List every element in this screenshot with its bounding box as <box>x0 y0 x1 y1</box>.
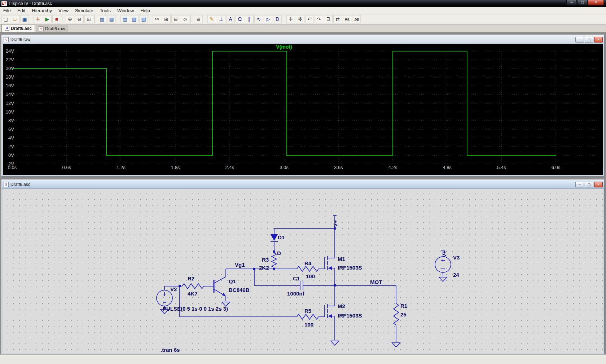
menu-simulate[interactable]: Simulate <box>72 7 97 14</box>
mirror-icon[interactable]: ⇄ <box>333 15 342 23</box>
drag-icon[interactable]: ✜ <box>296 15 304 23</box>
resistor-r5-value[interactable]: 100 <box>304 321 313 328</box>
place-capacitor-icon[interactable]: ∥ <box>245 15 254 23</box>
menu-file[interactable]: File <box>0 7 14 14</box>
transistor-q1-value[interactable]: BC846B <box>229 287 250 293</box>
resistor-r2[interactable] <box>182 284 204 289</box>
tile-vertical-icon[interactable]: ▥ <box>130 15 139 23</box>
resistor-r4[interactable] <box>297 266 319 271</box>
maximize-button[interactable]: ▢ <box>585 37 593 43</box>
ground-symbol[interactable] <box>439 277 447 281</box>
paste-icon[interactable]: ⊟ <box>171 15 180 23</box>
menu-window[interactable]: Window <box>114 7 137 14</box>
resistor-r3-name[interactable]: R3 <box>262 257 269 263</box>
minimize-button[interactable]: ─ <box>575 37 584 43</box>
place-label-icon[interactable]: A <box>226 15 235 23</box>
draw-wire-icon[interactable]: ✎ <box>207 15 216 23</box>
save-icon[interactable]: ▣ <box>20 15 29 23</box>
close-button[interactable]: ✕ <box>588 0 604 5</box>
new-schematic-icon[interactable]: ▢ <box>1 15 10 23</box>
waveform-window-titlebar[interactable]: ∿ Draft6.raw ─▢✕ <box>2 35 604 44</box>
resistor-r5-name[interactable]: R5 <box>304 308 311 314</box>
mosfet-m1-value[interactable]: IRF1503S <box>338 265 362 271</box>
vsource-v2-value[interactable]: PULSE(0 5 1s 0 0 1s 2s 3) <box>163 306 228 312</box>
ground-symbol[interactable] <box>392 343 400 347</box>
capacitor-c1-name[interactable]: C1 <box>293 275 300 281</box>
trace-label[interactable]: V(mot) <box>276 44 292 50</box>
place-ground-icon[interactable]: ⊥ <box>217 15 225 23</box>
schematic-window-titlebar[interactable]: ⊼ Draft6.asc ─▢✕ <box>2 180 604 189</box>
undo-icon[interactable]: ↶ <box>305 15 314 23</box>
cut-icon[interactable]: ✂ <box>153 15 161 23</box>
open-file-icon[interactable]: ▱ <box>11 15 19 23</box>
maximize-button[interactable]: ▢ <box>577 0 588 5</box>
mosfet-m2-name[interactable]: M2 <box>338 303 345 309</box>
resistor-r2-name[interactable]: R2 <box>188 275 194 281</box>
snap-icon[interactable]: ▩ <box>107 15 116 23</box>
resistor-r5[interactable] <box>297 314 319 319</box>
net-label-vg1[interactable]: Vg1 <box>235 262 245 268</box>
halt-icon[interactable]: ■ <box>52 15 61 23</box>
transistor-q1-collector[interactable] <box>214 277 226 283</box>
main-titlebar[interactable]: LT LTspice IV - Draft6.asc ─▢✕ <box>0 0 606 7</box>
copy-icon[interactable]: ⊞ <box>162 15 171 23</box>
menu-hierarchy[interactable]: Hierarchy <box>28 7 55 14</box>
schematic-canvas[interactable]: V+D1DR32K2Vg1R4100M1IRF1503SC11000nfQ1BC… <box>3 189 603 353</box>
menu-help[interactable]: Help <box>137 7 153 14</box>
mosfet-m2-value[interactable]: IRF1503S <box>338 312 362 319</box>
zoom-back-icon[interactable]: ⊖ <box>75 15 84 23</box>
capacitor-c1-value[interactable]: 1000nf <box>287 290 305 297</box>
minimize-button[interactable]: ─ <box>575 182 584 187</box>
sim-directive[interactable]: .tran 6s <box>161 347 180 353</box>
net-label-mot[interactable]: MOT <box>370 279 382 285</box>
net-flag-vplus-v3[interactable]: V+ <box>441 250 447 257</box>
resistor-r4-value[interactable]: 100 <box>306 273 315 279</box>
close-button[interactable]: ✕ <box>594 37 603 43</box>
close-button[interactable]: ✕ <box>594 182 603 187</box>
menu-edit[interactable]: Edit <box>14 7 28 14</box>
tab-draft6.raw[interactable]: ∿Draft6.raw <box>36 25 68 32</box>
waveform-plot-svg[interactable]: 24V22V20V18V16V14V12V10V8V6V4V2V0V-2V0.0… <box>3 44 604 176</box>
tile-horizontal-icon[interactable]: ▤ <box>120 15 129 23</box>
run-icon[interactable]: ▶ <box>43 15 52 23</box>
resistor-r4-name[interactable]: R4 <box>304 260 312 266</box>
place-inductor-icon[interactable]: ∿ <box>254 15 263 23</box>
resistor-r1-value[interactable]: 25 <box>400 311 407 318</box>
minimize-button[interactable]: ─ <box>566 0 577 5</box>
zoom-area-icon[interactable]: ⊕ <box>66 15 74 23</box>
menu-view[interactable]: View <box>55 7 72 14</box>
vsource-v3-name[interactable]: V3 <box>453 254 460 261</box>
diode-d1-name[interactable]: D1 <box>278 234 285 240</box>
mosfet-m1-name[interactable]: M1 <box>338 256 345 262</box>
find-icon[interactable]: ∞ <box>181 15 189 23</box>
resistor-r3-value[interactable]: 2K2 <box>259 265 269 271</box>
cascade-windows-icon[interactable]: ▧ <box>139 15 148 23</box>
net-label-d[interactable]: D <box>277 250 281 256</box>
control-panel-icon[interactable]: ✛ <box>34 15 42 23</box>
transistor-q1-name[interactable]: Q1 <box>229 278 236 284</box>
resistor-r1[interactable] <box>394 303 399 325</box>
grid-icon[interactable]: ▦ <box>98 15 106 23</box>
ground-symbol[interactable] <box>331 341 339 345</box>
redo-icon[interactable]: ↷ <box>315 15 323 23</box>
net-flag-vplus-main[interactable]: V+ <box>332 220 338 227</box>
maximize-button[interactable]: ▢ <box>585 182 593 187</box>
waveform-plot[interactable]: 24V22V20V18V16V14V12V10V8V6V4V2V0V-2V0.0… <box>3 44 603 175</box>
menu-tools[interactable]: Tools <box>97 7 114 14</box>
tab-draft6.asc[interactable]: ⊼Draft6.asc <box>1 24 35 32</box>
resistor-r2-value[interactable]: 4K7 <box>188 290 198 297</box>
text-icon[interactable]: Aa <box>343 15 351 23</box>
zoom-full-icon[interactable]: ⊡ <box>84 15 93 23</box>
resistor-r3[interactable] <box>272 253 277 267</box>
diode-d1[interactable] <box>271 234 278 241</box>
rotate-icon[interactable]: Ǝ <box>324 15 333 23</box>
place-component-icon[interactable]: D <box>273 15 282 23</box>
vsource-v3-value[interactable]: 24 <box>453 272 459 278</box>
place-diode-icon[interactable]: ▷ <box>264 15 272 23</box>
schematic-svg[interactable]: V+D1DR32K2Vg1R4100M1IRF1503SC11000nfQ1BC… <box>3 189 604 354</box>
place-resistor-icon[interactable]: Ω <box>236 15 244 23</box>
resistor-r1-name[interactable]: R1 <box>400 303 407 309</box>
move-icon[interactable]: ✛ <box>286 15 295 23</box>
vsource-v2-name[interactable]: V2 <box>170 286 177 292</box>
spice-directive-icon[interactable]: .op <box>352 15 361 23</box>
